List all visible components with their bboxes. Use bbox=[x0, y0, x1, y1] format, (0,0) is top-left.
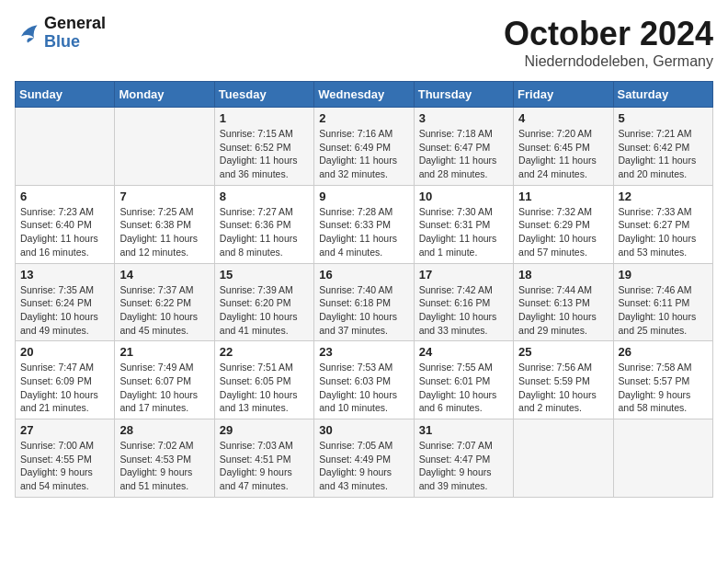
title-area: October 2024 Niederndodeleben, Germany bbox=[504, 15, 713, 70]
day-detail: Sunrise: 7:23 AM Sunset: 6:40 PM Dayligh… bbox=[20, 205, 109, 259]
calendar-cell: 11Sunrise: 7:32 AM Sunset: 6:29 PM Dayli… bbox=[514, 185, 613, 263]
day-number: 9 bbox=[319, 190, 408, 203]
day-detail: Sunrise: 7:20 AM Sunset: 6:45 PM Dayligh… bbox=[518, 127, 608, 181]
day-detail: Sunrise: 7:49 AM Sunset: 6:07 PM Dayligh… bbox=[119, 361, 209, 415]
day-number: 5 bbox=[619, 111, 708, 125]
day-detail: Sunrise: 7:32 AM Sunset: 6:29 PM Dayligh… bbox=[518, 205, 608, 259]
day-number: 24 bbox=[419, 345, 508, 359]
day-detail: Sunrise: 7:46 AM Sunset: 6:11 PM Dayligh… bbox=[619, 283, 708, 338]
day-detail: Sunrise: 7:02 AM Sunset: 4:53 PM Dayligh… bbox=[119, 439, 209, 493]
day-number: 20 bbox=[20, 345, 109, 359]
day-number: 21 bbox=[119, 345, 209, 359]
day-detail: Sunrise: 7:56 AM Sunset: 5:59 PM Dayligh… bbox=[518, 361, 608, 415]
day-number: 29 bbox=[220, 423, 309, 437]
day-detail: Sunrise: 7:51 AM Sunset: 6:05 PM Dayligh… bbox=[220, 361, 309, 415]
logo-icon bbox=[15, 20, 40, 46]
day-number: 16 bbox=[319, 268, 408, 282]
calendar-week-row: 27Sunrise: 7:00 AM Sunset: 4:55 PM Dayli… bbox=[16, 419, 713, 498]
calendar-header-wednesday: Wednesday bbox=[314, 82, 414, 108]
day-number: 17 bbox=[419, 268, 508, 282]
day-detail: Sunrise: 7:35 AM Sunset: 6:24 PM Dayligh… bbox=[20, 283, 109, 338]
day-number: 25 bbox=[518, 345, 608, 359]
calendar-cell: 16Sunrise: 7:40 AM Sunset: 6:18 PM Dayli… bbox=[314, 263, 414, 341]
header: General Blue October 2024 Niederndodeleb… bbox=[15, 15, 713, 70]
logo-text: General Blue bbox=[44, 15, 106, 52]
calendar-cell: 1Sunrise: 7:15 AM Sunset: 6:52 PM Daylig… bbox=[214, 108, 313, 186]
day-detail: Sunrise: 7:37 AM Sunset: 6:22 PM Dayligh… bbox=[119, 283, 209, 338]
calendar-cell: 13Sunrise: 7:35 AM Sunset: 6:24 PM Dayli… bbox=[16, 263, 115, 341]
day-detail: Sunrise: 7:47 AM Sunset: 6:09 PM Dayligh… bbox=[20, 361, 109, 415]
day-detail: Sunrise: 7:33 AM Sunset: 6:27 PM Dayligh… bbox=[619, 205, 708, 259]
calendar-cell: 19Sunrise: 7:46 AM Sunset: 6:11 PM Dayli… bbox=[613, 263, 712, 341]
calendar-header-friday: Friday bbox=[514, 82, 613, 108]
day-number: 28 bbox=[119, 423, 209, 437]
day-detail: Sunrise: 7:30 AM Sunset: 6:31 PM Dayligh… bbox=[419, 205, 508, 259]
calendar-cell: 18Sunrise: 7:44 AM Sunset: 6:13 PM Dayli… bbox=[514, 263, 613, 341]
calendar-cell: 20Sunrise: 7:47 AM Sunset: 6:09 PM Dayli… bbox=[16, 341, 115, 419]
calendar-cell: 21Sunrise: 7:49 AM Sunset: 6:07 PM Dayli… bbox=[115, 341, 214, 419]
day-detail: Sunrise: 7:18 AM Sunset: 6:47 PM Dayligh… bbox=[419, 127, 508, 181]
day-number: 18 bbox=[518, 268, 608, 282]
day-number: 3 bbox=[419, 111, 508, 125]
calendar-week-row: 6Sunrise: 7:23 AM Sunset: 6:40 PM Daylig… bbox=[16, 185, 713, 263]
day-number: 15 bbox=[220, 268, 309, 282]
logo: General Blue bbox=[15, 15, 106, 52]
calendar-cell: 9Sunrise: 7:28 AM Sunset: 6:33 PM Daylig… bbox=[314, 185, 414, 263]
day-number: 6 bbox=[20, 190, 109, 203]
calendar-cell: 14Sunrise: 7:37 AM Sunset: 6:22 PM Dayli… bbox=[115, 263, 214, 341]
day-number: 22 bbox=[220, 345, 309, 359]
calendar-cell: 3Sunrise: 7:18 AM Sunset: 6:47 PM Daylig… bbox=[414, 108, 513, 186]
calendar-cell: 26Sunrise: 7:58 AM Sunset: 5:57 PM Dayli… bbox=[613, 341, 712, 419]
calendar-week-row: 20Sunrise: 7:47 AM Sunset: 6:09 PM Dayli… bbox=[16, 341, 713, 419]
calendar-cell: 28Sunrise: 7:02 AM Sunset: 4:53 PM Dayli… bbox=[115, 419, 214, 498]
day-number: 10 bbox=[419, 190, 508, 203]
day-number: 19 bbox=[619, 268, 708, 282]
day-detail: Sunrise: 7:15 AM Sunset: 6:52 PM Dayligh… bbox=[220, 127, 309, 181]
day-number: 26 bbox=[619, 345, 708, 359]
day-number: 8 bbox=[220, 190, 309, 203]
calendar-cell: 15Sunrise: 7:39 AM Sunset: 6:20 PM Dayli… bbox=[214, 263, 313, 341]
calendar-week-row: 1Sunrise: 7:15 AM Sunset: 6:52 PM Daylig… bbox=[16, 108, 713, 186]
calendar-cell bbox=[613, 419, 712, 498]
calendar-header-tuesday: Tuesday bbox=[214, 82, 313, 108]
calendar-cell bbox=[115, 108, 214, 186]
day-number: 1 bbox=[220, 111, 309, 125]
day-detail: Sunrise: 7:03 AM Sunset: 4:51 PM Dayligh… bbox=[220, 439, 309, 493]
day-detail: Sunrise: 7:28 AM Sunset: 6:33 PM Dayligh… bbox=[319, 205, 408, 259]
day-detail: Sunrise: 7:55 AM Sunset: 6:01 PM Dayligh… bbox=[419, 361, 508, 415]
day-detail: Sunrise: 7:40 AM Sunset: 6:18 PM Dayligh… bbox=[319, 283, 408, 338]
day-number: 12 bbox=[619, 190, 708, 203]
day-detail: Sunrise: 7:00 AM Sunset: 4:55 PM Dayligh… bbox=[20, 439, 109, 493]
day-detail: Sunrise: 7:42 AM Sunset: 6:16 PM Dayligh… bbox=[419, 283, 508, 338]
day-number: 23 bbox=[319, 345, 408, 359]
calendar-header-sunday: Sunday bbox=[16, 82, 115, 108]
calendar-cell: 31Sunrise: 7:07 AM Sunset: 4:47 PM Dayli… bbox=[414, 419, 513, 498]
day-number: 11 bbox=[518, 190, 608, 203]
day-detail: Sunrise: 7:53 AM Sunset: 6:03 PM Dayligh… bbox=[319, 361, 408, 415]
location-title: Niederndodeleben, Germany bbox=[504, 53, 713, 70]
day-detail: Sunrise: 7:21 AM Sunset: 6:42 PM Dayligh… bbox=[619, 127, 708, 181]
day-detail: Sunrise: 7:07 AM Sunset: 4:47 PM Dayligh… bbox=[419, 439, 508, 493]
calendar-header-thursday: Thursday bbox=[414, 82, 513, 108]
calendar-cell: 23Sunrise: 7:53 AM Sunset: 6:03 PM Dayli… bbox=[314, 341, 414, 419]
calendar-cell: 22Sunrise: 7:51 AM Sunset: 6:05 PM Dayli… bbox=[214, 341, 313, 419]
day-number: 31 bbox=[419, 423, 508, 437]
day-number: 2 bbox=[319, 111, 408, 125]
calendar-header-row: SundayMondayTuesdayWednesdayThursdayFrid… bbox=[16, 82, 713, 108]
calendar-cell: 4Sunrise: 7:20 AM Sunset: 6:45 PM Daylig… bbox=[514, 108, 613, 186]
day-detail: Sunrise: 7:39 AM Sunset: 6:20 PM Dayligh… bbox=[220, 283, 309, 338]
calendar-cell: 7Sunrise: 7:25 AM Sunset: 6:38 PM Daylig… bbox=[115, 185, 214, 263]
calendar-cell: 29Sunrise: 7:03 AM Sunset: 4:51 PM Dayli… bbox=[214, 419, 313, 498]
calendar-cell: 10Sunrise: 7:30 AM Sunset: 6:31 PM Dayli… bbox=[414, 185, 513, 263]
day-detail: Sunrise: 7:25 AM Sunset: 6:38 PM Dayligh… bbox=[119, 205, 209, 259]
calendar-cell: 27Sunrise: 7:00 AM Sunset: 4:55 PM Dayli… bbox=[16, 419, 115, 498]
calendar-cell: 2Sunrise: 7:16 AM Sunset: 6:49 PM Daylig… bbox=[314, 108, 414, 186]
calendar-header-saturday: Saturday bbox=[613, 82, 712, 108]
calendar-table: SundayMondayTuesdayWednesdayThursdayFrid… bbox=[15, 81, 713, 498]
day-number: 27 bbox=[20, 423, 109, 437]
day-detail: Sunrise: 7:58 AM Sunset: 5:57 PM Dayligh… bbox=[619, 361, 708, 415]
calendar-cell: 24Sunrise: 7:55 AM Sunset: 6:01 PM Dayli… bbox=[414, 341, 513, 419]
calendar-cell: 6Sunrise: 7:23 AM Sunset: 6:40 PM Daylig… bbox=[16, 185, 115, 263]
day-number: 4 bbox=[518, 111, 608, 125]
calendar-cell bbox=[514, 419, 613, 498]
